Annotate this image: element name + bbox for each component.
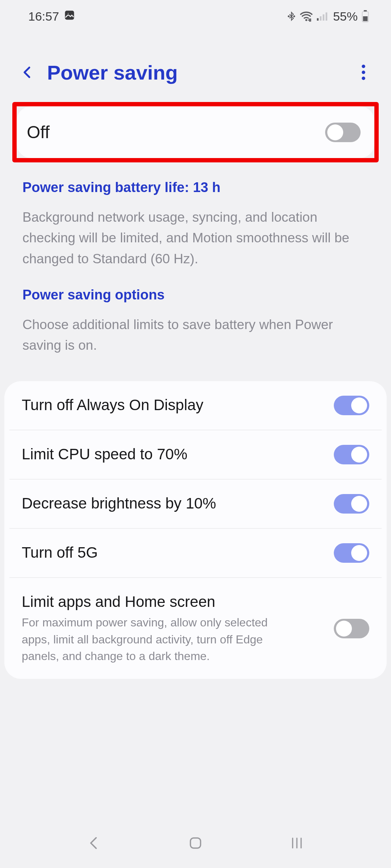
more-options-button[interactable]	[353, 61, 374, 83]
svg-rect-6	[320, 16, 321, 21]
back-button[interactable]	[17, 61, 38, 83]
option-decrease-brightness[interactable]: Decrease brightness by 10%	[9, 479, 382, 528]
status-battery-text: 55%	[333, 9, 358, 24]
power-saving-master-row[interactable]: Off	[17, 106, 374, 158]
power-saving-master-label: Off	[27, 122, 50, 142]
switch-knob	[351, 447, 367, 463]
info-section: Power saving battery life: 13 h Backgrou…	[0, 162, 391, 381]
power-saving-options-card: Turn off Always On Display Limit CPU spe…	[4, 381, 387, 679]
bluetooth-icon	[287, 10, 296, 22]
picture-icon	[64, 9, 75, 24]
options-heading: Power saving options	[22, 287, 369, 303]
option-switch-limit-cpu[interactable]	[334, 445, 369, 464]
status-left: 16:57	[28, 9, 75, 24]
svg-point-12	[362, 65, 365, 68]
option-title: Decrease brightness by 10%	[22, 494, 323, 513]
svg-point-3	[294, 16, 295, 17]
option-text: Limit apps and Home screen For maximum p…	[22, 592, 323, 665]
cellular-icon	[316, 11, 328, 21]
svg-rect-11	[363, 16, 368, 21]
status-time: 16:57	[28, 9, 59, 24]
nav-home-button[interactable]	[181, 832, 210, 854]
svg-point-4	[305, 19, 307, 21]
option-switch-decrease-brightness[interactable]	[334, 494, 369, 514]
option-switch-turn-off-5g[interactable]	[334, 543, 369, 563]
svg-point-13	[362, 71, 365, 74]
svg-point-14	[362, 77, 365, 80]
option-title: Limit CPU speed to 70%	[22, 445, 323, 464]
power-saving-master-switch[interactable]	[325, 123, 361, 142]
option-limit-apps[interactable]: Limit apps and Home screen For maximum p…	[9, 577, 382, 679]
option-title: Turn off 5G	[22, 543, 323, 562]
switch-knob	[327, 124, 343, 140]
status-right: 55%	[287, 9, 369, 24]
highlight-annotation: Off	[12, 102, 379, 162]
option-switch-always-on-display[interactable]	[334, 396, 369, 415]
svg-point-1	[67, 12, 69, 14]
switch-knob	[351, 397, 367, 413]
page-title: Power saving	[47, 61, 353, 84]
switch-knob	[351, 545, 367, 561]
svg-rect-15	[190, 838, 201, 848]
header: Power saving	[0, 51, 391, 94]
battery-life-description: Background network usage, syncing, and l…	[22, 207, 369, 269]
option-text: Turn off 5G	[22, 543, 323, 562]
option-limit-cpu[interactable]: Limit CPU speed to 70%	[9, 430, 382, 479]
option-title: Turn off Always On Display	[22, 396, 323, 415]
option-subtitle: For maximum power saving, allow only sel…	[22, 614, 297, 664]
option-text: Decrease brightness by 10%	[22, 494, 323, 513]
svg-rect-8	[325, 12, 327, 21]
option-text: Limit CPU speed to 70%	[22, 445, 323, 464]
wifi-icon	[300, 11, 313, 22]
switch-knob	[351, 496, 367, 512]
svg-rect-7	[323, 14, 324, 21]
battery-icon	[361, 10, 369, 22]
nav-back-button[interactable]	[80, 832, 109, 854]
option-text: Turn off Always On Display	[22, 396, 323, 415]
option-switch-limit-apps[interactable]	[334, 619, 369, 638]
svg-point-2	[288, 16, 289, 17]
option-title: Limit apps and Home screen	[22, 592, 323, 612]
options-description: Choose additional limits to save battery…	[22, 314, 369, 356]
battery-life-heading: Power saving battery life: 13 h	[22, 180, 369, 195]
nav-recents-button[interactable]	[282, 832, 311, 854]
system-nav-bar	[0, 828, 391, 868]
status-bar: 16:57	[0, 0, 391, 33]
switch-knob	[336, 621, 352, 637]
option-turn-off-5g[interactable]: Turn off 5G	[9, 528, 382, 577]
option-always-on-display[interactable]: Turn off Always On Display	[4, 381, 387, 430]
svg-rect-5	[317, 18, 319, 21]
